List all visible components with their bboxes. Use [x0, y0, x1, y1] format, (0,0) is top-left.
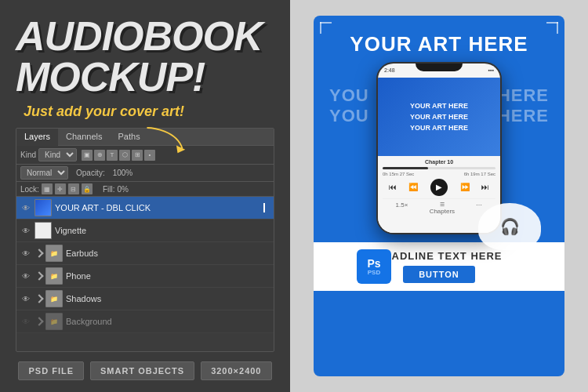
lock-move-icon[interactable]: ✛: [55, 183, 66, 194]
phone-art-line1: YOUR ART HERE: [410, 102, 468, 110]
phone-chapters-icon: ☰ Chapters: [430, 201, 455, 215]
badge-size: 3200×2400: [201, 361, 271, 380]
corner-mark-br: [543, 259, 558, 274]
fill-value: 0%: [117, 185, 128, 194]
shadow-text-left: YOU YOU: [329, 85, 369, 127]
phone-time: 2:48: [384, 67, 395, 73]
layer-thumb-background: 📁: [45, 313, 63, 330]
phone-art-line3: YOUR ART HERE: [410, 124, 468, 132]
tab-layers[interactable]: Layers: [16, 129, 58, 146]
ctrl-next: ⏭: [481, 183, 489, 191]
phone-elapsed: 0h 15m 27 Sec: [383, 172, 414, 176]
mockup-card: YOUR ART HERE YOU YOU HERE HERE 2:48 ▪▪▪: [314, 16, 564, 376]
kind-select[interactable]: Kind: [38, 148, 77, 162]
visibility-icon-earbuds[interactable]: 👁: [20, 248, 31, 259]
layer-name-shadows: Shadows: [66, 294, 270, 303]
layer-name-earbuds: Earbuds: [66, 249, 270, 258]
layer-item-vignette[interactable]: 👁 Vignette: [16, 220, 274, 242]
phone-progress-fill: [383, 167, 428, 169]
cursor-indicator: [263, 203, 270, 212]
layer-thumb-art: [34, 199, 52, 216]
layers-panel: Layers Channels Paths Kind Kind ▣ ⊕ T ⬡ …: [16, 128, 274, 352]
corner-mark-tr: [543, 22, 558, 38]
layer-item-shadows[interactable]: 👁 📁 Shadows: [16, 288, 274, 310]
opacity-value: 100%: [113, 169, 133, 177]
visibility-icon-phone[interactable]: 👁: [20, 270, 31, 281]
phone-bottom-icons: 1.5× ☰ Chapters ⋯: [383, 198, 495, 217]
layer-name-art: YOUR ART - DBL CLICK: [55, 203, 259, 212]
layer-name-phone: Phone: [66, 271, 270, 281]
corner-mark-bl: [320, 259, 336, 274]
psd-label: PSD: [368, 269, 380, 276]
mode-select[interactable]: Normal: [20, 166, 68, 180]
layer-thumb-phone: 📁: [45, 267, 63, 285]
ctrl-forward: ⏩: [460, 183, 470, 191]
layer-item-earbuds[interactable]: 👁 📁 Earbuds: [16, 242, 274, 265]
lock-pixels-icon[interactable]: ▦: [42, 183, 53, 194]
ps-badge: Ps PSD: [357, 249, 391, 284]
phone-progress: [383, 167, 495, 169]
filter-pixel-icon[interactable]: ▣: [82, 150, 93, 161]
phone-chapter: Chapter 10: [383, 159, 495, 165]
group-arrow-background: [34, 317, 43, 325]
arrow-icon: [141, 124, 188, 155]
corner-mark-tl: [320, 22, 336, 38]
phone-remaining: 6h 19m 17 Sec: [464, 172, 495, 176]
phone-speed-icon: 1.5×: [396, 201, 408, 215]
phone-mockup: 2:48 ▪▪▪ YOUR ART HERE YOUR ART HERE YOU…: [376, 62, 502, 234]
footer-badges: PSD FILE SMART OBJECTS 3200×2400: [16, 361, 274, 380]
layer-item-background[interactable]: 👁 📁 Background: [16, 310, 274, 333]
layer-item-phone[interactable]: 👁 📁 Phone: [16, 265, 274, 288]
opacity-label: Opacity:: [76, 169, 105, 177]
art-text-top: YOUR ART HERE: [350, 33, 528, 56]
layer-thumb-shadows: 📁: [45, 290, 63, 307]
layer-thumb-vignette: [34, 222, 52, 239]
visibility-icon-art[interactable]: 👁: [20, 202, 31, 213]
right-panel: YOUR ART HERE YOU YOU HERE HERE 2:48 ▪▪▪: [290, 0, 588, 392]
visibility-icon-background[interactable]: 👁: [20, 316, 31, 327]
filter-shape-icon[interactable]: ⬡: [119, 150, 130, 161]
phone-art-area: YOUR ART HERE YOUR ART HERE YOUR ART HER…: [378, 78, 500, 156]
visibility-icon-shadows[interactable]: 👁: [20, 293, 31, 304]
ctrl-rewind: ⏪: [408, 183, 418, 191]
phone-more-icon: ⋯: [476, 201, 482, 215]
layer-name-vignette: Vignette: [55, 226, 270, 235]
ctrl-play: ▶: [430, 179, 448, 196]
group-arrow-shadows: [34, 294, 43, 303]
ps-logo-text: Ps: [367, 258, 380, 269]
shadow-text-right: HERE HERE: [498, 85, 549, 127]
lock-label: Lock:: [20, 185, 39, 194]
filter-type-icon[interactable]: T: [107, 150, 118, 161]
subtitle: Just add your cover art!: [24, 103, 274, 120]
badge-psd: PSD FILE: [18, 361, 84, 380]
badge-smart: SMART OBJECTS: [90, 361, 194, 380]
visibility-icon-vignette[interactable]: 👁: [20, 225, 31, 236]
phone-container: YOU YOU HERE HERE 2:48 ▪▪▪ YOUR ART HERE…: [353, 62, 525, 242]
phone-screen: YOUR ART HERE YOUR ART HERE YOUR ART HER…: [378, 78, 500, 233]
phone-controls: ⏮ ⏪ ▶ ⏩ ⏭: [383, 176, 495, 198]
lock-row: Lock: ▦ ✛ ⊟ 🔒 Fill: 0%: [16, 182, 274, 197]
lock-all-icon[interactable]: 🔒: [82, 183, 93, 194]
mockup-button[interactable]: BUTTON: [403, 266, 475, 283]
mode-row: Normal Opacity: 100%: [16, 165, 274, 182]
phone-notch: [416, 64, 463, 71]
filter-adjust-icon[interactable]: ⊕: [94, 150, 105, 161]
left-panel: AUDIOBOOK MOCKUP! Just add your cover ar…: [0, 0, 290, 392]
layer-item-art[interactable]: 👁 YOUR ART - DBL CLICK: [16, 197, 274, 220]
earbuds-graphic: 🎧: [478, 203, 541, 250]
layer-thumb-earbuds: 📁: [45, 245, 63, 262]
lock-artboard-icon[interactable]: ⊟: [68, 183, 79, 194]
mockup-bottom: HEADLINE TEXT HERE BUTTON: [314, 242, 564, 291]
phone-art-line2: YOUR ART HERE: [410, 113, 468, 121]
group-arrow-earbuds: [34, 249, 43, 257]
phone-signal: ▪▪▪: [488, 67, 494, 73]
ctrl-prev: ⏮: [389, 183, 397, 191]
tab-channels[interactable]: Channels: [58, 129, 110, 145]
group-arrow-phone: [34, 271, 43, 280]
main-title: AUDIOBOOK MOCKUP!: [16, 16, 274, 97]
kind-label: Kind: [20, 151, 36, 159]
layer-name-background: Background: [66, 317, 270, 326]
fill-label: Fill:: [103, 185, 115, 194]
